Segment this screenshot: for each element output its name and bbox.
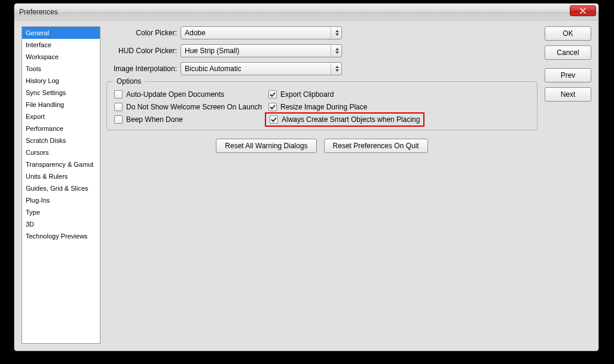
checkbox-option[interactable]: Beep When Done [114, 115, 268, 124]
window-title: Preferences [19, 8, 58, 16]
close-icon [580, 8, 586, 14]
options-fieldset: Options Auto-Update Open DocumentsExport… [106, 81, 537, 130]
label-hud-color-picker: HUD Color Picker: [106, 47, 181, 55]
sidebar-item[interactable]: File Handling [22, 99, 100, 111]
sidebar-item[interactable]: Sync Settings [22, 87, 100, 99]
checkbox-icon [114, 90, 123, 99]
checkbox-label: Always Create Smart Objects when Placing [282, 115, 420, 124]
content-panel: Color Picker: Adobe HUD Color Picker: Hu… [106, 26, 537, 344]
reset-prefs-button[interactable]: Reset Preferences On Quit [324, 139, 428, 153]
sidebar-item[interactable]: Interface [22, 39, 100, 51]
cancel-button[interactable]: Cancel [545, 45, 591, 60]
checkbox-label: Auto-Update Open Documents [126, 90, 224, 99]
sidebar-item[interactable]: Export [22, 111, 100, 123]
checkbox-icon [114, 103, 123, 111]
sidebar-item[interactable]: Guides, Grid & Slices [22, 182, 100, 194]
sidebar-item[interactable]: Plug-Ins [22, 194, 100, 206]
sidebar-item[interactable]: History Log [22, 75, 100, 87]
sidebar-item[interactable]: Tools [22, 63, 100, 75]
main-area: Color Picker: Adobe HUD Color Picker: Hu… [106, 26, 591, 344]
dialog-body: GeneralInterfaceWorkspaceToolsHistory Lo… [14, 20, 598, 351]
updown-icon [335, 30, 339, 36]
checkbox-icon [114, 115, 123, 124]
select-hud-color-picker-value: Hue Strip (Small) [185, 47, 239, 55]
select-image-interpolation[interactable]: Bicubic Automatic [181, 62, 342, 75]
row-hud-color-picker: HUD Color Picker: Hue Strip (Small) [106, 44, 537, 57]
checkbox-option[interactable]: Resize Image During Place [268, 103, 530, 111]
checkbox-option[interactable]: Export Clipboard [268, 90, 530, 99]
select-color-picker[interactable]: Adobe [181, 26, 342, 39]
checkbox-label: Beep When Done [126, 115, 183, 124]
highlighted-option: Always Create Smart Objects when Placing [265, 112, 424, 127]
sidebar-item[interactable]: Technology Previews [22, 230, 100, 242]
sidebar-item[interactable]: Units & Rulers [22, 170, 100, 182]
select-color-picker-value: Adobe [185, 29, 206, 37]
close-button[interactable] [570, 5, 596, 16]
sidebar-item[interactable]: Performance [22, 123, 100, 134]
action-buttons: OK Cancel Prev Next [545, 26, 591, 344]
sidebar-item[interactable]: Cursors [22, 146, 100, 158]
checkbox-icon [268, 103, 277, 111]
label-image-interpolation: Image Interpolation: [106, 65, 181, 73]
category-sidebar[interactable]: GeneralInterfaceWorkspaceToolsHistory Lo… [22, 26, 100, 344]
sidebar-item[interactable]: General [22, 27, 100, 39]
checkbox-icon [268, 90, 277, 99]
checkbox-label: Export Clipboard [280, 90, 334, 99]
next-button[interactable]: Next [545, 87, 591, 102]
sidebar-item[interactable]: Transparency & Gamut [22, 158, 100, 170]
checkbox-option[interactable]: Always Create Smart Objects when Placing [268, 115, 530, 124]
checkbox-option[interactable]: Auto-Update Open Documents [114, 90, 268, 99]
options-legend: Options [113, 77, 145, 85]
select-hud-color-picker[interactable]: Hue Strip (Small) [181, 44, 342, 57]
preferences-dialog: Preferences GeneralInterfaceWorkspaceToo… [14, 3, 599, 351]
updown-icon [335, 48, 339, 54]
sidebar-item[interactable]: 3D [22, 218, 100, 230]
checkbox-label: Do Not Show Welcome Screen On Launch [126, 103, 262, 111]
titlebar[interactable]: Preferences [14, 4, 598, 20]
label-color-picker: Color Picker: [106, 29, 181, 37]
sidebar-item[interactable]: Scratch Disks [22, 134, 100, 146]
checkbox-label: Resize Image During Place [280, 103, 367, 111]
checkbox-option[interactable]: Do Not Show Welcome Screen On Launch [114, 103, 268, 111]
prev-button[interactable]: Prev [545, 68, 591, 82]
updown-icon [335, 66, 339, 72]
sidebar-item[interactable]: Workspace [22, 51, 100, 63]
options-grid: Auto-Update Open DocumentsExport Clipboa… [114, 90, 530, 124]
row-image-interpolation: Image Interpolation: Bicubic Automatic [106, 62, 537, 75]
checkbox-icon [270, 115, 278, 124]
sidebar-item[interactable]: Type [22, 206, 100, 218]
select-image-interpolation-value: Bicubic Automatic [185, 65, 242, 73]
ok-button[interactable]: OK [545, 26, 591, 41]
row-color-picker: Color Picker: Adobe [106, 26, 537, 39]
center-buttons: Reset All Warning Dialogs Reset Preferen… [106, 139, 537, 153]
reset-warnings-button[interactable]: Reset All Warning Dialogs [216, 139, 316, 153]
